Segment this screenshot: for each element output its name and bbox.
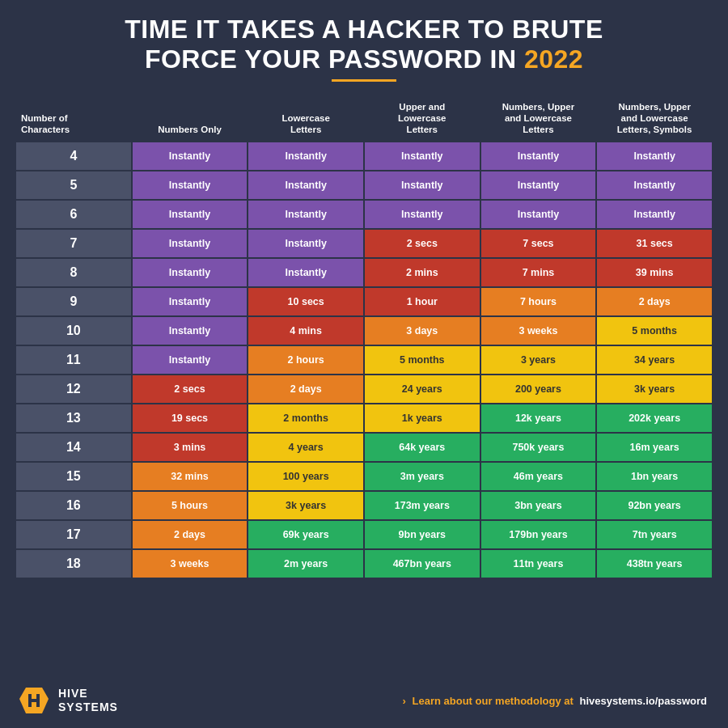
cell-value: 3 mins: [133, 434, 248, 461]
title-line1: TIME IT TAKES A HACKER TO BRUTE: [15, 15, 713, 44]
logo-section: HIVE SYSTEMS: [18, 684, 118, 717]
cell-value: 3k years: [597, 375, 712, 403]
cell-value: 7 mins: [481, 259, 596, 286]
cell-value: 7 hours: [481, 288, 596, 315]
cell-chars: 11: [16, 346, 131, 374]
cell-chars: 12: [16, 375, 131, 403]
cell-value: 46m years: [481, 463, 596, 490]
cell-value: 2 hours: [248, 346, 363, 374]
cell-value: 5 months: [597, 317, 712, 345]
cell-value: 2 mins: [365, 259, 480, 286]
cell-value: 12k years: [481, 404, 596, 432]
table-row: 1532 mins100 years3m years46m years1bn y…: [16, 463, 712, 490]
cell-value: 39 mins: [597, 259, 712, 286]
table-row: 4InstantlyInstantlyInstantlyInstantlyIns…: [16, 142, 712, 170]
table-row: 6InstantlyInstantlyInstantlyInstantlyIns…: [16, 201, 712, 228]
cell-value: 3 weeks: [481, 317, 596, 345]
cell-chars: 13: [16, 404, 131, 432]
cell-chars: 17: [16, 521, 131, 548]
cell-value: Instantly: [133, 317, 248, 345]
cell-value: 2 days: [597, 288, 712, 315]
cell-value: Instantly: [365, 142, 480, 170]
footer-link-text: Learn about our methodology at: [413, 695, 574, 707]
cell-value: Instantly: [365, 201, 480, 228]
cell-value: 1 hour: [365, 288, 480, 315]
cell-chars: 15: [16, 463, 131, 490]
cell-value: 7 secs: [481, 230, 596, 257]
cell-value: 2 secs: [133, 375, 248, 403]
cell-value: 19 secs: [133, 404, 248, 432]
cell-value: 69k years: [248, 521, 363, 548]
cell-value: 2m years: [248, 550, 363, 578]
footer: HIVE SYSTEMS › Learn about our methodolo…: [15, 678, 713, 718]
col-header-chars: Number ofCharacters: [16, 96, 131, 141]
cell-value: Instantly: [133, 201, 248, 228]
cell-value: Instantly: [133, 142, 248, 170]
footer-arrow: ›: [403, 695, 406, 707]
svg-rect-3: [36, 694, 40, 707]
cell-value: Instantly: [133, 288, 248, 315]
table-row: 122 secs2 days24 years200 years3k years: [16, 375, 712, 403]
table-body: 4InstantlyInstantlyInstantlyInstantlyIns…: [16, 142, 712, 578]
table-row: 8InstantlyInstantly2 mins7 mins39 mins: [16, 259, 712, 286]
cell-value: 4 mins: [248, 317, 363, 345]
cell-value: 11tn years: [481, 550, 596, 578]
cell-value: 179bn years: [481, 521, 596, 548]
table-row: 11Instantly2 hours5 months3 years34 year…: [16, 346, 712, 374]
cell-value: 7tn years: [597, 521, 712, 548]
table-row: 1319 secs2 months1k years12k years202k y…: [16, 404, 712, 432]
title-year: 2022: [524, 44, 583, 74]
cell-value: 438tn years: [597, 550, 712, 578]
cell-value: 16m years: [597, 434, 712, 461]
cell-value: Instantly: [248, 201, 363, 228]
cell-value: 2 secs: [365, 230, 480, 257]
cell-value: Instantly: [133, 259, 248, 286]
hive-logo-icon: [18, 684, 50, 717]
cell-value: 2 months: [248, 404, 363, 432]
cell-value: 4 years: [248, 434, 363, 461]
table-row: 143 mins4 years64k years750k years16m ye…: [16, 434, 712, 461]
cell-chars: 10: [16, 317, 131, 345]
col-header-numbers: Numbers Only: [133, 96, 248, 141]
cell-value: 200 years: [481, 375, 596, 403]
table-row: 9Instantly10 secs1 hour7 hours2 days: [16, 288, 712, 315]
cell-value: Instantly: [248, 171, 363, 199]
cell-chars: 4: [16, 142, 131, 170]
title-section: TIME IT TAKES A HACKER TO BRUTE FORCE YO…: [15, 15, 713, 88]
cell-value: 64k years: [365, 434, 480, 461]
cell-chars: 14: [16, 434, 131, 461]
cell-value: 34 years: [597, 346, 712, 374]
cell-value: 5 months: [365, 346, 480, 374]
page-container: TIME IT TAKES A HACKER TO BRUTE FORCE YO…: [0, 0, 728, 728]
cell-value: 202k years: [597, 404, 712, 432]
cell-value: 2 days: [133, 521, 248, 548]
cell-value: Instantly: [481, 201, 596, 228]
cell-value: 3m years: [365, 463, 480, 490]
cell-value: 1bn years: [597, 463, 712, 490]
col-header-lower: LowercaseLetters: [248, 96, 363, 141]
cell-value: Instantly: [133, 230, 248, 257]
cell-chars: 16: [16, 492, 131, 519]
col-header-upperlower: Upper andLowercaseLetters: [365, 96, 480, 141]
cell-value: 173m years: [365, 492, 480, 519]
cell-value: 5 hours: [133, 492, 248, 519]
cell-value: Instantly: [597, 201, 712, 228]
table-header-row: Number ofCharacters Numbers Only Lowerca…: [16, 96, 712, 141]
cell-value: 92bn years: [597, 492, 712, 519]
cell-value: 3bn years: [481, 492, 596, 519]
cell-chars: 5: [16, 171, 131, 199]
cell-value: Instantly: [481, 171, 596, 199]
cell-value: 100 years: [248, 463, 363, 490]
cell-value: 3 years: [481, 346, 596, 374]
cell-value: Instantly: [248, 259, 363, 286]
cell-value: Instantly: [597, 142, 712, 170]
cell-value: Instantly: [133, 346, 248, 374]
cell-value: Instantly: [481, 142, 596, 170]
cell-value: 9bn years: [365, 521, 480, 548]
cell-value: 2 days: [248, 375, 363, 403]
cell-value: 32 mins: [133, 463, 248, 490]
table-row: 165 hours3k years173m years3bn years92bn…: [16, 492, 712, 519]
cell-value: Instantly: [365, 171, 480, 199]
cell-value: Instantly: [597, 171, 712, 199]
cell-chars: 7: [16, 230, 131, 257]
